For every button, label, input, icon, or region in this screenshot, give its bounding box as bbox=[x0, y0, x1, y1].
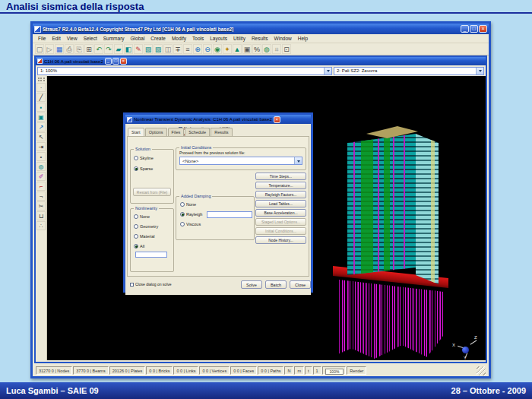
nonlinearity-radio[interactable]: All bbox=[134, 244, 173, 249]
cut-tool-icon[interactable]: ✂ bbox=[36, 201, 46, 211]
dialog-titlebar[interactable]: Nonlinear Transient Dynamic Analysis: C1… bbox=[125, 115, 311, 124]
measure-tool-icon[interactable]: ∴ bbox=[36, 221, 46, 230]
snap-icon[interactable]: ▣ bbox=[242, 44, 252, 54]
damping-radio[interactable]: Viscous bbox=[180, 222, 254, 226]
initial-file-combobox[interactable]: <None> bbox=[179, 157, 302, 165]
dropdown-arrow-icon[interactable] bbox=[294, 157, 302, 164]
load-case-combobox[interactable]: 1: 100% bbox=[37, 67, 332, 75]
restart-file-button[interactable]: Restart from (File) bbox=[133, 188, 171, 196]
nonlinearity-field[interactable] bbox=[135, 252, 167, 258]
redo-icon[interactable]: ↷ bbox=[104, 44, 113, 54]
nonlinearity-radio[interactable]: None bbox=[134, 214, 173, 219]
dropdown-arrow-icon[interactable] bbox=[324, 68, 331, 74]
solid-view-icon[interactable]: ◫ bbox=[163, 44, 173, 54]
link-tool-icon[interactable]: ↗ bbox=[36, 122, 46, 131]
pen-tool-icon[interactable]: ✐ bbox=[36, 172, 46, 181]
dialog-action-button[interactable]: Initial Conditions... bbox=[255, 227, 306, 235]
zoom-extents-icon[interactable]: ◉ bbox=[213, 44, 222, 54]
menu-item[interactable]: Global bbox=[128, 36, 148, 41]
menu-item[interactable]: Summary bbox=[100, 36, 128, 41]
node-tool-icon[interactable]: · bbox=[36, 83, 46, 92]
damping-radio[interactable]: None bbox=[180, 202, 254, 207]
child-close-button[interactable]: × bbox=[120, 58, 127, 65]
nonlinearity-radio[interactable]: Geometry bbox=[134, 224, 173, 229]
dialog-tab[interactable]: Results bbox=[211, 128, 232, 136]
solution-radio[interactable]: Sparse bbox=[134, 166, 173, 171]
draw-icon[interactable]: ✎ bbox=[134, 44, 143, 54]
menu-item[interactable]: File bbox=[35, 36, 49, 41]
copy-icon[interactable]: ⎘ bbox=[74, 44, 84, 54]
zoom-in-icon[interactable]: ⊕ bbox=[193, 44, 202, 54]
menu-item[interactable]: Results bbox=[249, 36, 271, 41]
menu-item[interactable]: Edit bbox=[49, 36, 63, 41]
dialog-tab[interactable]: Schedule bbox=[185, 128, 210, 136]
render-icon[interactable]: ◍ bbox=[262, 44, 271, 54]
app-titlebar[interactable]: Straus7 R2.4.0 Beta12.4 Copyright Strand… bbox=[33, 24, 489, 34]
dialog-action-button[interactable]: Node History... bbox=[255, 236, 306, 244]
toolbar-grip[interactable] bbox=[38, 78, 45, 81]
menu-item[interactable]: Select bbox=[81, 36, 100, 41]
close-button[interactable]: × bbox=[479, 25, 487, 33]
copy-tool-icon[interactable]: • bbox=[36, 152, 46, 161]
open-file-icon[interactable]: ▷ bbox=[45, 44, 54, 54]
dialog-footer-button[interactable]: Solve bbox=[241, 280, 262, 289]
show-plates-icon[interactable]: ◧ bbox=[124, 44, 133, 54]
options-icon[interactable]: ⊡ bbox=[282, 44, 291, 54]
layers-icon[interactable]: ≡ bbox=[183, 44, 192, 54]
resize-grip[interactable] bbox=[477, 366, 486, 375]
solution-radio[interactable]: Skyline bbox=[134, 156, 173, 160]
beam-tool-icon[interactable]: ╱ bbox=[36, 93, 46, 102]
dialog-tab[interactable]: Start bbox=[128, 128, 144, 136]
pan-icon[interactable]: ▲ bbox=[233, 44, 242, 54]
model-window-titlebar[interactable]: C1H 06 A pali vincolati base2 _ □ × bbox=[36, 57, 486, 65]
menu-item[interactable]: Create bbox=[147, 36, 169, 41]
extrude-icon[interactable]: ⇥ bbox=[36, 142, 46, 151]
new-file-icon[interactable]: ▢ bbox=[35, 44, 44, 54]
select-arrow-icon[interactable]: ↖ bbox=[36, 132, 46, 141]
menu-item[interactable]: Layouts bbox=[207, 36, 230, 41]
close-on-solve-checkbox[interactable]: Close dialog on solve bbox=[130, 282, 172, 287]
dialog-action-button[interactable]: Time Steps... bbox=[255, 173, 306, 180]
maximize-button[interactable]: □ bbox=[470, 25, 478, 33]
dialog-action-button[interactable]: Load Tables... bbox=[255, 200, 306, 207]
zoom-out-icon[interactable]: ⊖ bbox=[203, 44, 212, 54]
menu-item[interactable]: Tools bbox=[189, 36, 207, 41]
menu-item[interactable]: Window bbox=[271, 36, 295, 41]
menu-item[interactable]: Help bbox=[295, 36, 311, 41]
print-icon[interactable]: ⎙ bbox=[65, 44, 74, 54]
rotate-icon[interactable]: ✦ bbox=[223, 44, 232, 54]
dialog-close-button[interactable]: × bbox=[274, 116, 280, 123]
subdivide-icon[interactable]: ⊔ bbox=[36, 211, 46, 220]
dialog-action-button[interactable]: Staged Load Options... bbox=[255, 218, 306, 226]
undo-icon[interactable]: ↶ bbox=[94, 44, 103, 54]
dropdown-arrow-icon[interactable] bbox=[476, 68, 483, 74]
entity-display-icon[interactable]: ∓ bbox=[173, 44, 182, 54]
dialog-action-button[interactable]: Rayleigh Factors... bbox=[255, 191, 306, 198]
scale-percent-icon[interactable]: % bbox=[252, 44, 261, 54]
plate-tool-icon[interactable]: ▪ bbox=[36, 103, 46, 112]
minimize-button[interactable]: _ bbox=[461, 25, 469, 33]
dialog-action-button[interactable]: Temperature... bbox=[255, 182, 306, 189]
bracket-tool-icon[interactable]: ¬ bbox=[36, 192, 46, 201]
brick-tool-icon[interactable]: ▣ bbox=[36, 112, 46, 122]
dialog-footer-button[interactable]: Batch bbox=[265, 280, 287, 289]
freedom-case-combobox[interactable]: 2: Pali SZ2: Zavorra bbox=[334, 67, 484, 75]
mesh-icon[interactable]: ⌗ bbox=[272, 44, 281, 54]
dialog-action-button[interactable]: Base Acceleration... bbox=[255, 209, 306, 217]
dialog-footer-button[interactable]: Close bbox=[290, 280, 311, 289]
sphere-tool-icon[interactable]: ◍ bbox=[36, 162, 46, 171]
child-minimize-button[interactable]: _ bbox=[105, 58, 112, 65]
dialog-tab[interactable]: Options bbox=[145, 128, 167, 136]
child-restore-button[interactable]: □ bbox=[112, 58, 119, 65]
menu-item[interactable]: View bbox=[64, 36, 81, 41]
paste-icon[interactable]: ⊞ bbox=[84, 44, 93, 54]
wireframe-icon[interactable]: ▨ bbox=[154, 44, 163, 54]
show-beams-icon[interactable]: ▰ bbox=[114, 44, 123, 54]
nonlinearity-radio[interactable]: Material bbox=[134, 234, 173, 239]
save-icon[interactable]: ▦ bbox=[55, 44, 64, 54]
menu-item[interactable]: Utility bbox=[230, 36, 249, 41]
damping-factor-field[interactable] bbox=[207, 211, 252, 218]
menu-item[interactable]: Modify bbox=[169, 36, 189, 41]
select-region-icon[interactable]: ▧ bbox=[144, 44, 153, 54]
dialog-tab[interactable]: Files bbox=[168, 128, 185, 136]
